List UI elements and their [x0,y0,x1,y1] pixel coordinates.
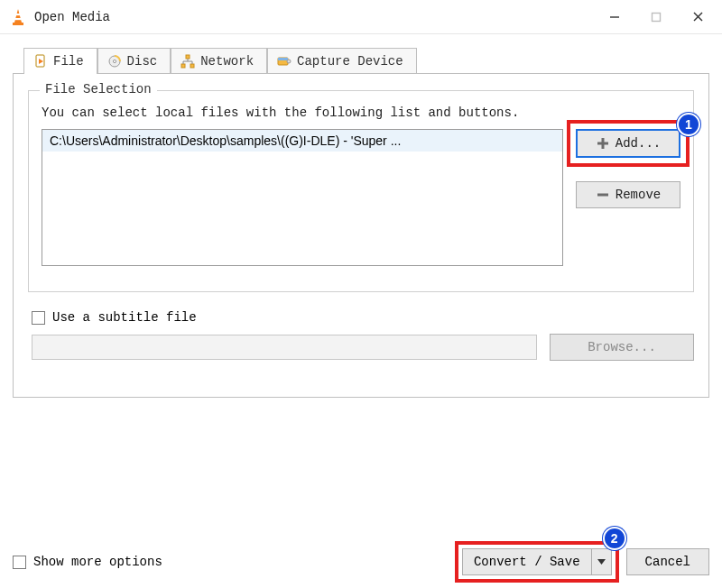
tab-file[interactable]: File [23,48,97,74]
show-more-checkbox[interactable] [13,556,26,569]
svg-rect-1 [13,23,23,25]
subtitle-checkbox-label: Use a subtitle file [52,310,197,325]
tab-network-label: Network [200,54,254,69]
tab-capture[interactable]: Capture Device [267,48,417,74]
tab-strip: File Disc Network Capture Device [23,47,709,73]
add-button[interactable]: Add... [576,129,680,158]
svg-marker-0 [14,9,22,23]
svg-marker-21 [597,559,606,565]
subtitle-checkbox[interactable] [32,311,45,325]
svg-rect-5 [653,13,661,21]
browse-button: Browse... [550,334,694,361]
tab-panel-file: File Selection You can select local file… [13,73,709,398]
tab-file-label: File [53,54,84,69]
file-list[interactable]: C:\Users\Administrator\Desktop\samples\(… [42,129,563,266]
svg-rect-16 [278,58,288,60]
svg-point-17 [287,60,291,63]
file-selection-hint: You can select local files with the foll… [42,106,680,120]
minimize-button[interactable] [594,0,635,34]
maximize-button[interactable] [635,0,677,34]
convert-save-button[interactable]: Convert / Save [462,548,612,575]
file-icon [33,54,48,69]
annotation-badge-2: 2 [603,527,626,550]
browse-button-label: Browse... [588,340,656,354]
convert-save-label: Convert / Save [463,549,591,574]
file-selection-group: File Selection You can select local file… [28,90,694,292]
tab-capture-label: Capture Device [297,54,403,69]
svg-rect-13 [181,64,185,68]
file-selection-legend: File Selection [40,82,157,96]
tab-disc-label: Disc [127,54,158,69]
subtitle-file-input [32,335,537,360]
cancel-button[interactable]: Cancel [626,548,709,575]
minus-icon [596,188,610,202]
add-button-label: Add... [616,136,661,151]
remove-button-label: Remove [616,188,661,202]
vlc-icon [9,8,27,26]
svg-point-11 [113,60,116,62]
cancel-button-label: Cancel [645,555,690,569]
network-icon [180,54,195,69]
dropdown-caret-icon[interactable] [591,549,611,574]
tab-network[interactable]: Network [171,48,267,74]
titlebar: Open Media [0,0,722,34]
annotation-badge-1: 1 [677,113,700,136]
window-title: Open Media [34,10,110,24]
svg-rect-12 [186,55,190,59]
svg-rect-14 [190,64,194,68]
remove-button[interactable]: Remove [576,181,680,208]
tab-disc[interactable]: Disc [97,48,171,74]
svg-rect-2 [15,14,21,15]
capture-device-icon [277,54,292,69]
client-area: File Disc Network Capture Device File Se… [0,34,722,410]
plus-icon [596,136,610,151]
footer-bar: Show more options Convert / Save 2 Cance… [13,548,709,575]
show-more-label: Show more options [33,555,162,569]
disc-icon [107,54,122,69]
file-list-item[interactable]: C:\Users\Administrator\Desktop\samples\(… [42,130,562,152]
close-button[interactable] [677,0,718,34]
svg-rect-3 [14,18,21,20]
